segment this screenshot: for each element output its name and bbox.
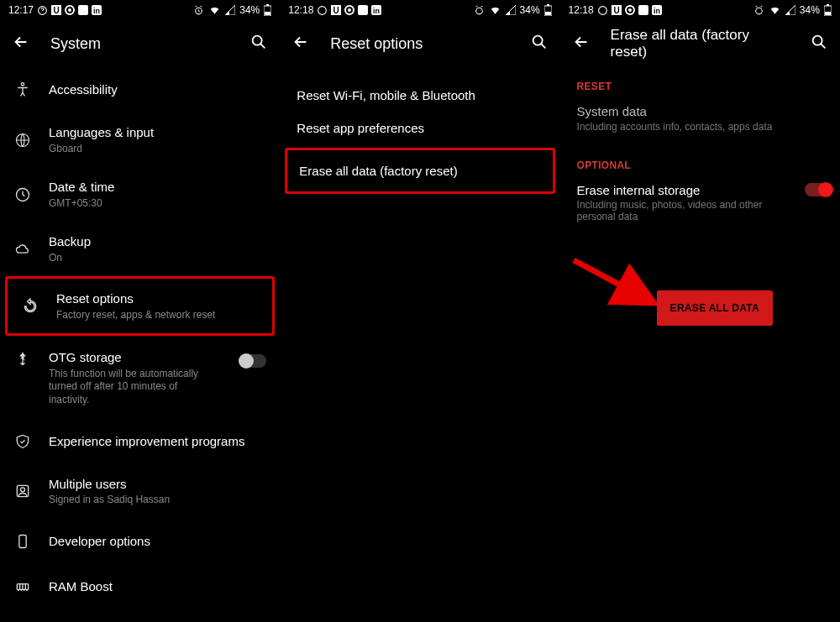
otg-toggle[interactable] — [239, 354, 266, 368]
row-datetime[interactable]: Date & timeGMT+05:30 — [0, 167, 280, 222]
status-bar: 12:18 U in 34% — [560, 0, 840, 20]
sysdata-title: System data — [577, 104, 823, 118]
pane-reset-options: 12:18 U in 34% Reset options Reset Wi-Fi… — [280, 0, 559, 622]
user-icon — [13, 483, 32, 499]
u-icon: U — [51, 5, 61, 15]
row-ramboost[interactable]: RAM Boost — [0, 564, 280, 609]
sysdata-sub: Including accounts info, contacts, apps … — [577, 120, 823, 134]
svg-point-21 — [318, 6, 327, 14]
cloud-icon — [13, 241, 32, 258]
svg-rect-32 — [545, 12, 551, 15]
row-reset-prefs[interactable]: Reset app preferences — [280, 112, 559, 144]
settings-list: Accessibility Languages & inputGboard Da… — [0, 67, 280, 622]
row-erase-storage[interactable]: Erase internal storage Including music, … — [560, 178, 840, 234]
erase-all-button[interactable]: ERASE ALL DATA — [657, 290, 773, 326]
label: Backup — [49, 233, 266, 250]
svg-point-25 — [348, 8, 351, 12]
row-languages[interactable]: Languages & inputGboard — [0, 112, 280, 167]
clock: 12:17 — [8, 4, 34, 16]
circle-icon — [625, 5, 635, 15]
row-developer[interactable]: Developer options — [0, 519, 280, 564]
wifi-icon — [489, 5, 501, 15]
circle-icon — [344, 5, 354, 15]
shield-check-icon — [13, 433, 32, 450]
svg-point-4 — [68, 8, 71, 12]
phone-icon — [13, 533, 32, 550]
label: OTG storage — [49, 349, 217, 366]
svg-rect-11 — [265, 12, 270, 15]
storage-toggle[interactable] — [805, 183, 832, 196]
label: Multiple users — [49, 476, 266, 493]
header: Reset options — [280, 20, 559, 67]
status-bar: 12:17 U in 34% — [0, 0, 280, 20]
whatsapp-icon — [317, 5, 328, 16]
svg-rect-18 — [19, 535, 26, 547]
row-backup[interactable]: BackupOn — [0, 222, 280, 276]
app-icon — [358, 5, 368, 15]
annotation-arrow — [565, 250, 666, 317]
linkedin-icon: in — [92, 5, 102, 15]
pane-system: 12:17 U in 34% System Accessibility Lang… — [0, 0, 280, 622]
row-otg[interactable]: OTG storageThis function will be automat… — [0, 336, 280, 418]
label: Date & time — [49, 179, 266, 196]
back-icon[interactable] — [572, 33, 591, 55]
globe-icon — [13, 132, 32, 149]
signal-icon — [506, 5, 516, 15]
battery-icon — [824, 4, 832, 16]
clock: 12:18 — [288, 4, 313, 16]
label: Experience improvement programs — [49, 433, 266, 450]
svg-rect-45 — [825, 12, 831, 15]
page-title: Erase all data (factory reset) — [611, 27, 790, 60]
svg-rect-26 — [358, 5, 368, 15]
accessibility-icon — [13, 81, 32, 98]
header: Erase all data (factory reset) — [560, 20, 840, 67]
svg-point-29 — [475, 8, 482, 14]
svg-point-33 — [533, 36, 542, 45]
search-icon[interactable] — [530, 33, 549, 55]
sub: Gboard — [49, 143, 266, 156]
section-reset: RESET — [560, 67, 840, 99]
row-accessibility[interactable]: Accessibility — [0, 67, 280, 112]
wifi-icon — [769, 5, 781, 15]
battery-pct: 34% — [800, 4, 820, 16]
sub: Signed in as Sadiq Hassan — [49, 494, 266, 507]
svg-point-42 — [756, 8, 763, 14]
clock-icon — [13, 186, 32, 203]
storage-sub: Including music, photos, videos and othe… — [577, 199, 796, 222]
page-title: System — [50, 35, 229, 53]
back-icon[interactable] — [12, 33, 30, 55]
storage-title: Erase internal storage — [577, 183, 796, 197]
row-erase-all[interactable]: Erase all data (factory reset) — [285, 148, 554, 194]
row-users[interactable]: Multiple usersSigned in as Sadiq Hassan — [0, 464, 280, 519]
row-experience[interactable]: Experience improvement programs — [0, 419, 280, 464]
svg-rect-31 — [547, 4, 549, 6]
battery-icon — [264, 4, 271, 16]
row-reset-wifi[interactable]: Reset Wi-Fi, mobile & Bluetooth — [280, 79, 559, 112]
item-sysdata: System data Including accounts info, con… — [560, 99, 840, 146]
svg-line-48 — [574, 260, 649, 301]
ram-icon — [13, 578, 32, 595]
svg-rect-10 — [266, 4, 269, 6]
status-bar: 12:18 U in 34% — [280, 0, 559, 20]
svg-text:U: U — [53, 6, 59, 15]
label: Accessibility — [49, 81, 266, 98]
circle-icon — [65, 5, 75, 15]
row-updates[interactable]: System updates — [0, 609, 280, 622]
alarm-icon — [753, 5, 764, 16]
row-reset-options[interactable]: Reset optionsFactory reset, apps & netwo… — [5, 276, 275, 336]
section-optional: OPTIONAL — [560, 146, 840, 178]
usb-icon — [13, 351, 32, 368]
whatsapp-icon — [37, 5, 48, 16]
search-icon[interactable] — [810, 33, 828, 55]
label: Developer options — [49, 533, 266, 550]
svg-point-34 — [598, 6, 606, 14]
signal-icon — [785, 5, 795, 15]
sub: On — [49, 252, 266, 265]
sub: This function will be automatically turn… — [49, 368, 217, 407]
back-icon[interactable] — [291, 33, 310, 55]
wifi-icon — [208, 5, 221, 15]
svg-point-12 — [253, 36, 262, 45]
app-icon — [78, 5, 88, 15]
search-icon[interactable] — [249, 33, 268, 55]
battery-pct: 34% — [520, 4, 540, 16]
